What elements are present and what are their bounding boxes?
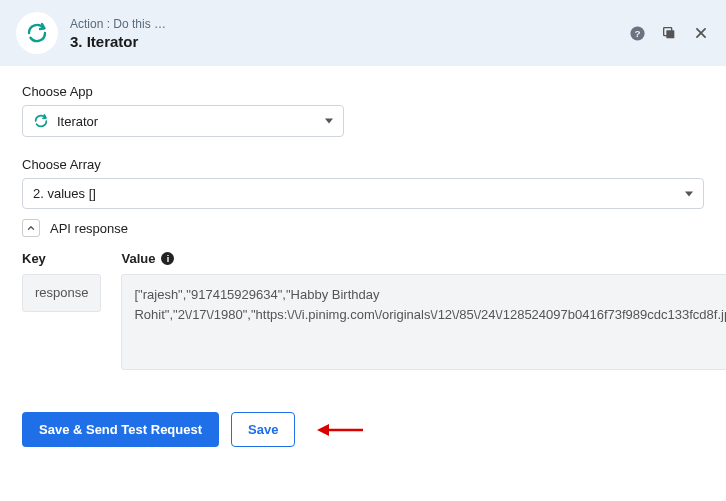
chevron-down-icon — [685, 191, 693, 196]
iterator-icon — [33, 113, 49, 129]
api-response-label: API response — [50, 221, 128, 236]
header-actions: ? — [628, 24, 710, 42]
kv-row: Key response Value i ["rajesh","91741592… — [22, 251, 704, 370]
header-subtitle: Action : Do this … — [70, 17, 628, 31]
config-body: Choose App Iterator Choose Array 2. valu… — [0, 66, 726, 469]
close-icon[interactable] — [692, 24, 710, 42]
svg-text:?: ? — [634, 28, 640, 39]
key-column: Key response — [22, 251, 101, 370]
save-send-test-button[interactable]: Save & Send Test Request — [22, 412, 219, 447]
chevron-down-icon — [325, 119, 333, 124]
save-button[interactable]: Save — [231, 412, 295, 447]
step-header: Action : Do this … 3. Iterator ? — [0, 0, 726, 66]
key-label: Key — [22, 251, 101, 266]
value-column: Value i ["rajesh","917415929634","Habby … — [121, 251, 726, 370]
iterator-icon — [25, 21, 49, 45]
key-value-box: response — [22, 274, 101, 312]
info-icon[interactable]: i — [161, 252, 174, 265]
choose-app-select[interactable]: Iterator — [22, 105, 344, 137]
value-value-box: ["rajesh","917415929634","Habby Birthday… — [121, 274, 726, 370]
choose-app-label: Choose App — [22, 84, 704, 99]
annotation-arrow-icon — [317, 422, 363, 438]
header-title: 3. Iterator — [70, 33, 628, 50]
svg-marker-7 — [317, 424, 329, 436]
app-avatar — [16, 12, 58, 54]
api-response-row: API response — [22, 219, 704, 237]
copy-icon[interactable] — [660, 24, 678, 42]
footer-actions: Save & Send Test Request Save — [22, 412, 704, 447]
header-text: Action : Do this … 3. Iterator — [70, 17, 628, 50]
value-label: Value i — [121, 251, 726, 266]
choose-app-value: Iterator — [57, 114, 98, 129]
help-icon[interactable]: ? — [628, 24, 646, 42]
choose-array-select[interactable]: 2. values [] — [22, 178, 704, 209]
value-label-text: Value — [121, 251, 155, 266]
svg-rect-2 — [666, 30, 674, 38]
choose-array-label: Choose Array — [22, 157, 704, 172]
choose-array-value: 2. values [] — [33, 186, 96, 201]
collapse-toggle[interactable] — [22, 219, 40, 237]
